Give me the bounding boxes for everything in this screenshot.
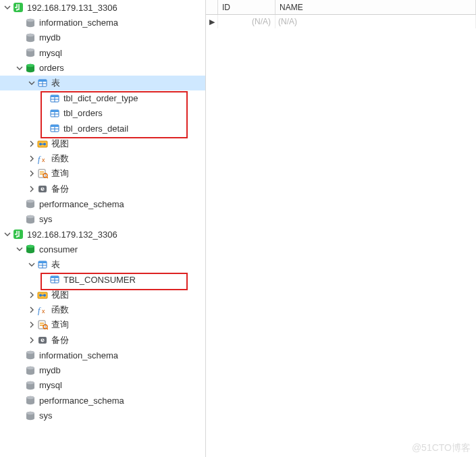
database-icon [24, 410, 36, 422]
svg-rect-18 [51, 110, 59, 112]
tree-item-label: 表 [51, 77, 60, 89]
tree-item[interactable]: information_schema [0, 15, 205, 30]
tree-item-label: mysql [39, 48, 62, 58]
tree-item-label: sys [39, 214, 53, 224]
tree-item-label: sys [39, 410, 53, 421]
svg-point-73 [26, 396, 34, 399]
svg-point-67 [26, 351, 34, 354]
tree-item[interactable]: 备份 [0, 182, 205, 196]
tree-item[interactable]: performance_schema [0, 393, 205, 408]
svg-point-55 [43, 294, 46, 296]
column-header-id[interactable]: ID [218, 0, 275, 14]
tree-item[interactable]: sys [0, 408, 205, 423]
tree-item[interactable]: fx函数 [0, 302, 205, 317]
tree-item[interactable]: 192.168.179.131_3306 [0, 0, 205, 15]
tree-item[interactable]: 表 [0, 76, 205, 90]
tree-item[interactable]: fx函数 [0, 151, 205, 166]
tree-item[interactable]: 备份 [0, 333, 205, 348]
tree-item[interactable]: mysql [0, 45, 205, 60]
tree-item[interactable]: mysql [0, 378, 205, 393]
tree-item-label: 表 [51, 259, 60, 271]
tree-item[interactable]: mydb [0, 30, 205, 45]
svg-point-26 [39, 142, 42, 145]
views-icon [36, 138, 49, 150]
chevron-right-icon[interactable] [27, 170, 36, 177]
table-icon [49, 92, 61, 105]
tree-item[interactable]: 192.168.179.132_3306 [0, 227, 205, 242]
svg-point-27 [43, 142, 46, 145]
tree-item-label: orders [39, 63, 64, 73]
database-icon [24, 198, 36, 210]
tree-item[interactable]: information_schema [0, 348, 205, 362]
tree-item[interactable]: TBL_CONSUMER [0, 272, 205, 287]
cell-name[interactable]: (N/A) [275, 15, 476, 28]
views-icon [36, 289, 49, 301]
svg-text:x: x [42, 308, 45, 315]
tree-item[interactable]: 视图 [0, 287, 205, 302]
table-icon [49, 122, 61, 134]
database-icon [24, 32, 36, 44]
tree-item-label: information_schema [39, 350, 118, 360]
grid-gutter-header [206, 0, 218, 14]
svg-rect-22 [51, 125, 59, 127]
svg-point-69 [26, 366, 34, 369]
tree-item-label: 备份 [51, 334, 69, 346]
tree-item[interactable]: consumer [0, 242, 205, 257]
tree-item[interactable]: 表 [0, 257, 205, 272]
data-grid: ID NAME ▶(N/A)(N/A) @51CTO博客 [205, 0, 476, 457]
chevron-right-icon[interactable] [27, 337, 36, 344]
chevron-down-icon[interactable] [15, 246, 24, 252]
svg-point-75 [26, 412, 34, 414]
svg-rect-32 [40, 171, 44, 173]
tree-item[interactable]: sys [0, 211, 205, 226]
tree-item-label: mydb [39, 365, 61, 375]
svg-rect-46 [38, 261, 47, 263]
svg-text:x: x [42, 157, 45, 163]
chevron-right-icon[interactable] [27, 186, 36, 192]
tree-item-label: 函数 [51, 153, 69, 165]
chevron-down-icon[interactable] [27, 80, 36, 86]
chevron-down-icon[interactable] [27, 261, 36, 268]
chevron-right-icon[interactable] [27, 155, 36, 162]
tree-item[interactable]: orders [0, 61, 205, 76]
chevron-down-icon[interactable] [3, 4, 12, 11]
grid-row[interactable]: ▶(N/A)(N/A) [206, 15, 476, 28]
tree-item-label: consumer [39, 244, 78, 254]
tree-item[interactable]: mydb [0, 362, 205, 377]
tree-item[interactable]: tbl_orders_detail [0, 121, 205, 136]
database-icon [24, 349, 36, 361]
chevron-right-icon[interactable] [27, 292, 36, 298]
tree-item[interactable]: tbl_orders [0, 106, 205, 121]
connection-icon [12, 228, 24, 240]
table-icon [49, 273, 61, 286]
svg-line-35 [47, 177, 48, 178]
tree-item-label: 192.168.179.132_3306 [27, 230, 117, 240]
tree-item-label: 视图 [51, 289, 69, 301]
database-icon [24, 365, 36, 377]
chevron-right-icon[interactable] [27, 306, 36, 313]
current-row-indicator-icon: ▶ [206, 15, 218, 28]
tree-item-label: performance_schema [39, 199, 124, 209]
database-icon [24, 47, 36, 59]
database-active-icon [24, 243, 36, 255]
tree-item-label: 192.168.179.131_3306 [27, 3, 117, 13]
tree-item[interactable]: 视图 [0, 136, 205, 151]
backups-icon [36, 183, 49, 195]
tree-item[interactable]: 查询 [0, 317, 205, 332]
tree-item-label: performance_schema [39, 396, 124, 406]
tree-item[interactable]: 查询 [0, 166, 205, 181]
column-header-name[interactable]: NAME [275, 0, 476, 14]
tree-item-label: TBL_CONSUMER [63, 275, 136, 285]
chevron-down-icon[interactable] [3, 231, 12, 238]
tree-item-label: 查询 [51, 167, 69, 180]
object-tree[interactable]: 192.168.179.131_3306information_schemamy… [0, 0, 205, 457]
grid-header: ID NAME [206, 0, 476, 15]
cell-id[interactable]: (N/A) [218, 15, 275, 28]
database-icon [24, 394, 36, 406]
chevron-down-icon[interactable] [15, 65, 24, 72]
chevron-right-icon[interactable] [27, 321, 36, 328]
tree-item[interactable]: tbl_dict_order_type [0, 90, 205, 105]
tree-item[interactable]: performance_schema [0, 196, 205, 211]
tables-folder-icon [36, 259, 49, 271]
chevron-right-icon[interactable] [27, 140, 36, 147]
